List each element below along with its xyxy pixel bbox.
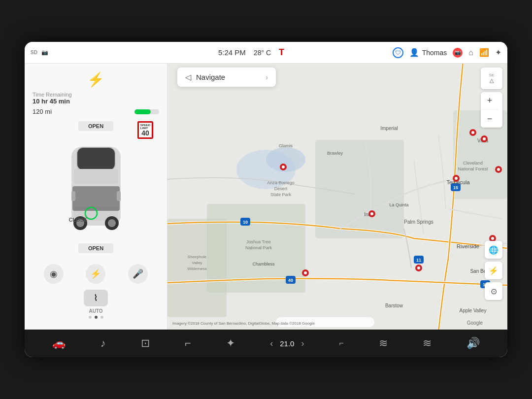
zoom-group: + −: [481, 92, 502, 128]
globe-button[interactable]: 🌐: [485, 241, 502, 259]
svg-rect-5: [72, 186, 120, 211]
time-remaining-value: 10 hr 45 min: [33, 98, 159, 105]
svg-text:Barstow: Barstow: [385, 303, 403, 308]
car-display: OPEN SPEEDLIMIT 40: [33, 121, 159, 253]
battery-row: 120 mi: [33, 108, 159, 115]
open-bottom-button[interactable]: OPEN: [78, 243, 113, 253]
svg-point-58: [455, 177, 458, 180]
shield-icon: 🛡: [393, 47, 403, 58]
battery-bar: [134, 109, 159, 114]
svg-rect-2: [77, 148, 115, 170]
temp-value: 21.0: [280, 339, 294, 348]
svg-point-56: [370, 212, 373, 215]
zoom-out-button[interactable]: −: [481, 110, 499, 128]
temp-left-icon[interactable]: ‹: [266, 334, 277, 353]
svg-text:Brawley: Brawley: [327, 151, 343, 156]
svg-text:Chambless: Chambless: [252, 262, 275, 266]
temp-display: 28° C: [254, 49, 271, 57]
auto-label: AUTO: [89, 308, 102, 314]
top-bar-left: SD 📷: [31, 49, 129, 56]
svg-text:Valley: Valley: [192, 261, 202, 265]
pagination-dots: [33, 314, 159, 321]
svg-text:15: 15: [453, 185, 458, 190]
camera-badge-icon: 📷: [455, 50, 461, 55]
taskbar-volume-icon[interactable]: 🔊: [463, 333, 484, 354]
taskbar-seat-heat-icon[interactable]: ⌐: [335, 335, 348, 352]
bluetooth-icon[interactable]: ✦: [495, 48, 501, 57]
svg-point-62: [491, 237, 494, 240]
taskbar-apps-icon[interactable]: ⊡: [137, 333, 154, 354]
lightning-control-icon[interactable]: ⚡: [86, 264, 105, 284]
navigate-chevron-icon: ›: [266, 73, 268, 81]
charge-lightning-icon: ⚡: [33, 71, 159, 88]
user-section[interactable]: 👤 Thomas: [409, 48, 447, 57]
main-content: ⚡ Time Remaining 10 hr 45 min 120 mi OPE…: [25, 64, 507, 330]
dot-2: [95, 316, 98, 319]
supercharger-button[interactable]: ⚡: [485, 262, 502, 279]
top-bar-right: 🛡 👤 Thomas 📷 ⌂ 📶 ✦: [373, 47, 501, 58]
speed-limit-value: 40: [141, 130, 149, 136]
time-display: 5:24 PM: [218, 48, 246, 57]
svg-text:Cleveland: Cleveland: [463, 161, 483, 166]
navigate-direction-icon: ◁: [185, 72, 191, 82]
svg-point-68: [304, 271, 307, 274]
svg-text:11: 11: [416, 258, 421, 263]
svg-point-64: [497, 168, 500, 171]
map-bottom-controls: 🌐 ⚡ ⊙: [485, 241, 502, 300]
user-icon: 👤: [409, 48, 419, 57]
taskbar-fan-icon[interactable]: ✦: [222, 333, 239, 354]
taskbar-car-icon[interactable]: 🚗: [48, 333, 69, 354]
taskbar-rear-heat1-icon[interactable]: ≋: [375, 333, 392, 354]
camera-control-icon[interactable]: ◉: [44, 264, 64, 284]
battery-miles: 120 mi: [33, 108, 52, 115]
wiper-section: ⌇ AUTO: [33, 290, 159, 314]
speed-limit-sign: SPEEDLIMIT 40: [136, 121, 154, 143]
svg-point-11: [108, 219, 116, 227]
navigate-dropdown[interactable]: ◁ Navigate ›: [177, 67, 276, 87]
svg-text:Wilderness: Wilderness: [187, 266, 207, 271]
google-brand: Google: [467, 320, 483, 326]
svg-rect-7: [117, 191, 121, 201]
svg-text:Imperial: Imperial: [380, 126, 398, 131]
temp-right-icon[interactable]: ›: [297, 334, 308, 353]
dot-1: [89, 316, 92, 319]
wifi-icon[interactable]: 📶: [479, 48, 489, 57]
svg-text:State Park: State Park: [270, 192, 292, 197]
main-screen: SD 📷 5:24 PM 28° C T 🛡 👤 Thomas 📷 ⌂ 📶 ✦: [25, 42, 507, 357]
taskbar-rear-heat2-icon[interactable]: ≋: [419, 333, 435, 354]
svg-text:Glamis: Glamis: [279, 143, 293, 148]
compass-group: SE △: [481, 67, 502, 89]
open-top-button[interactable]: OPEN: [78, 121, 113, 131]
temp-control: ‹ 21.0 ›: [266, 334, 308, 353]
svg-point-54: [282, 166, 285, 168]
svg-text:National Park: National Park: [245, 245, 272, 250]
taskbar-seat-icon[interactable]: ⌐: [181, 333, 195, 354]
dot-3: [100, 316, 103, 319]
svg-text:Sheephole: Sheephole: [188, 255, 207, 259]
svg-text:Joshua Tree: Joshua Tree: [246, 239, 271, 244]
mic-control-icon[interactable]: 🎤: [128, 264, 148, 284]
wiper-button[interactable]: ⌇: [84, 290, 108, 306]
map-controls-right: SE △ + −: [481, 67, 502, 128]
map-svg: 10 15 40 11 18 Imperial Glamis Brawley I…: [167, 64, 507, 330]
top-bar: SD 📷 5:24 PM 28° C T 🛡 👤 Thomas 📷 ⌂ 📶 ✦: [25, 42, 507, 64]
svg-point-70: [417, 266, 420, 269]
map-panel[interactable]: 10 15 40 11 18 Imperial Glamis Brawley I…: [167, 64, 507, 330]
svg-text:National Forest: National Forest: [458, 166, 488, 171]
time-remaining-label: Time Remaining: [33, 92, 159, 98]
camera-notification[interactable]: 📷: [453, 48, 463, 58]
controls-row: ◉ ⚡ 🎤: [33, 258, 159, 290]
compass-button[interactable]: SE △: [481, 67, 502, 89]
svg-text:Desert: Desert: [274, 186, 288, 191]
svg-text:Palm Springs: Palm Springs: [404, 219, 433, 225]
svg-text:40: 40: [288, 278, 293, 283]
sd-label: SD: [31, 50, 37, 55]
destination-button[interactable]: ⊙: [485, 282, 502, 300]
svg-text:10: 10: [243, 220, 248, 225]
svg-text:Riverside: Riverside: [457, 243, 479, 249]
charge-section: ⚡ Time Remaining 10 hr 45 min 120 mi: [33, 71, 159, 115]
taskbar-music-icon[interactable]: ♪: [97, 333, 110, 354]
zoom-in-button[interactable]: +: [481, 92, 499, 110]
bottom-taskbar: 🚗 ♪ ⊡ ⌐ ✦ ‹ 21.0 › ⌐ ≋ ≋ 🔊: [25, 330, 507, 357]
home-icon[interactable]: ⌂: [468, 48, 473, 57]
